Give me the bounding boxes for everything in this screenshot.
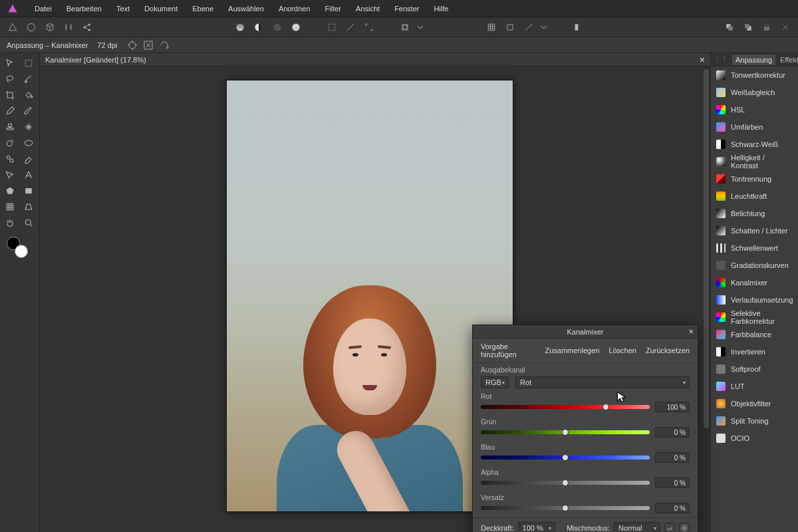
shadow-circle-icon[interactable]	[270, 20, 285, 35]
marquee-tool-icon[interactable]	[20, 56, 37, 70]
gear-icon[interactable]	[679, 523, 690, 532]
zoom-tool-icon[interactable]	[20, 215, 37, 230]
add-preset-button[interactable]: Vorgabe hinzufügen	[481, 342, 535, 358]
node-tool-icon[interactable]	[1, 168, 19, 182]
arrange-back-icon[interactable]	[741, 20, 755, 35]
crop-tool-icon[interactable]	[1, 88, 19, 102]
adjustment-item[interactable]: Kanalmixer	[711, 274, 798, 291]
sponge-tool-icon[interactable]	[20, 136, 37, 150]
adjustment-item[interactable]: Split Toning	[711, 412, 798, 430]
adjustment-item[interactable]: Belichtung	[711, 205, 798, 222]
locate-icon[interactable]	[126, 39, 138, 51]
adjustment-item[interactable]: Invertieren	[711, 343, 798, 360]
gradient-icon[interactable]	[233, 20, 247, 35]
adjustment-item[interactable]: Softproof	[711, 360, 798, 378]
menu-filter[interactable]: Filter	[319, 2, 348, 15]
rectangle-tool-icon[interactable]	[20, 184, 37, 198]
adjustment-item[interactable]: Umfärben	[711, 118, 798, 136]
slider-handle[interactable]	[562, 454, 569, 461]
arrange-front-icon[interactable]	[722, 20, 737, 35]
adjustment-item[interactable]: Gradationskurven	[711, 257, 798, 274]
adjustment-item[interactable]: HSL	[711, 101, 798, 118]
adjustment-item[interactable]: Objektivfilter	[711, 395, 798, 412]
perspective-tool-icon[interactable]	[20, 200, 37, 214]
info-icon[interactable]	[569, 20, 584, 35]
move-tool-icon[interactable]	[1, 56, 19, 70]
tab-anpassung[interactable]: Anpassung	[732, 55, 775, 65]
grid-icon[interactable]	[484, 20, 499, 35]
adjustment-item[interactable]: Weißabgleich	[711, 84, 798, 101]
chevron-down-icon[interactable]	[540, 20, 548, 35]
slider-value[interactable]: 0 %	[655, 427, 690, 438]
slider-value[interactable]: 0 %	[655, 452, 690, 463]
share-icon[interactable]	[80, 20, 94, 35]
menu-auswählen[interactable]: Auswählen	[221, 2, 271, 15]
snap-icon[interactable]	[503, 20, 517, 35]
merge-button[interactable]: Zusammenlegen	[545, 346, 599, 354]
close-icon[interactable]: ×	[700, 55, 705, 65]
menu-hilfe[interactable]: Hilfe	[427, 2, 455, 15]
marquee-dashed-icon[interactable]	[325, 20, 339, 35]
slider-value[interactable]: 100 %	[655, 402, 690, 412]
document-tab[interactable]: Kanalmixer [Geändert] (17.8%) ×	[40, 53, 710, 66]
flood-tool-icon[interactable]	[20, 88, 37, 102]
lasso-tool-icon[interactable]	[1, 72, 19, 86]
reset-button[interactable]: Zurücksetzen	[646, 346, 690, 354]
refresh-icon[interactable]	[158, 39, 170, 51]
close-panel-icon[interactable]	[778, 20, 793, 35]
adjustment-item[interactable]: Tonwertkorrektur	[711, 66, 798, 84]
adjustment-item[interactable]: Schatten / Lichter	[711, 222, 798, 239]
dialog-titlebar[interactable]: Kanalmixer ×	[473, 325, 698, 338]
slider-track[interactable]	[481, 481, 650, 485]
wand-icon[interactable]	[521, 20, 536, 35]
menu-bearbeiten[interactable]: Bearbeiten	[60, 2, 108, 15]
vertical-scrollbar[interactable]	[702, 66, 710, 532]
adjustment-item[interactable]: Schwarz-Weiß	[711, 136, 798, 153]
menu-text[interactable]: Text	[110, 2, 136, 15]
fit-icon[interactable]	[142, 39, 154, 51]
close-icon[interactable]: ×	[688, 327, 694, 336]
adjustment-item[interactable]: Farbbalance	[711, 326, 798, 343]
adjustment-item[interactable]: LUT	[711, 378, 798, 395]
paint-brush-tool-icon[interactable]	[20, 104, 37, 118]
pen-tool-icon[interactable]	[1, 104, 19, 118]
menu-datei[interactable]: Datei	[28, 2, 59, 15]
adjustment-item[interactable]: Verlaufsumsetzung	[711, 291, 798, 309]
crop-marks-icon[interactable]	[362, 20, 376, 35]
cube-icon[interactable]	[43, 20, 57, 35]
canvas-image[interactable]	[226, 80, 513, 512]
dodge-tool-icon[interactable]	[1, 136, 19, 150]
slider-track[interactable]	[481, 456, 650, 460]
lock-icon[interactable]	[759, 20, 774, 35]
shape-tool-icon[interactable]	[1, 184, 19, 198]
stamp-tool-icon[interactable]	[1, 120, 19, 134]
slider-handle[interactable]	[562, 505, 569, 511]
persona-icon[interactable]	[5, 20, 20, 35]
delete-button[interactable]: Löschen	[608, 346, 636, 354]
slider-value[interactable]: 0 %	[655, 503, 690, 513]
panel-grip-icon[interactable]: ⋮⋮	[714, 55, 728, 64]
adjustment-item[interactable]: OCIO	[711, 430, 798, 447]
brush-select-tool-icon[interactable]	[20, 72, 37, 86]
slider-value[interactable]: 0 %	[655, 477, 690, 488]
heal-tool-icon[interactable]	[20, 120, 37, 134]
reset-small-icon[interactable]	[664, 523, 675, 532]
halftone-icon[interactable]	[251, 20, 266, 35]
color-swatches[interactable]	[1, 237, 38, 263]
adjustment-item[interactable]: Selektive Farbkorrektur	[711, 309, 798, 326]
chevron-down-icon[interactable]	[416, 20, 424, 35]
slider-track[interactable]	[481, 430, 650, 434]
opacity-select[interactable]: 100 %	[518, 522, 555, 532]
eraser-tool-icon[interactable]	[20, 152, 37, 166]
diag-line-icon[interactable]	[343, 20, 358, 35]
slider-handle[interactable]	[562, 429, 569, 436]
hand-tool-icon[interactable]	[1, 215, 19, 230]
background-swatch[interactable]	[15, 245, 28, 258]
clone-tool-icon[interactable]	[1, 152, 19, 166]
adjustment-item[interactable]: Leuchtkraft	[711, 188, 798, 205]
quickmask-icon[interactable]	[398, 20, 412, 35]
menu-ebene[interactable]: Ebene	[186, 2, 220, 15]
slider-handle[interactable]	[602, 404, 609, 410]
menu-fenster[interactable]: Fenster	[388, 2, 426, 15]
mode-select[interactable]: RGB	[481, 376, 509, 388]
